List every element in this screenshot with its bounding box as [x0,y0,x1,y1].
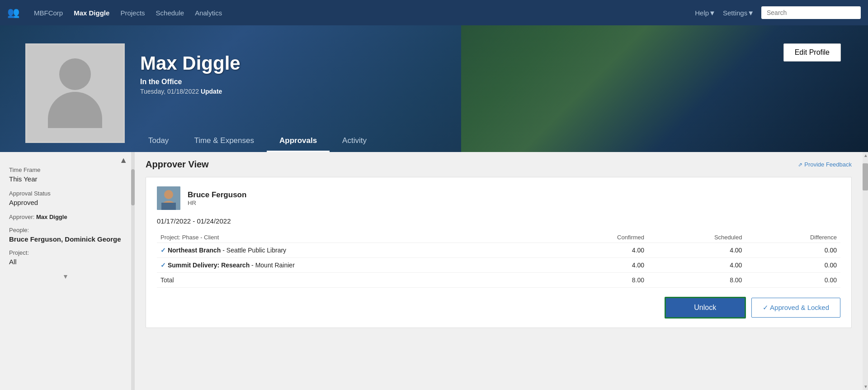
card-person-avatar [157,186,180,210]
sidebar-collapse-button[interactable]: ▲ [119,156,127,165]
tab-today[interactable]: Today [136,131,181,152]
right-scrollbar: ▲ ▼ [863,152,868,390]
scrollbar-thumb[interactable] [863,163,868,190]
total-confirmed: 8.00 [552,273,648,288]
project-value: All [9,258,122,266]
approver-view-header: Approver View ⇗ Provide Feedback [146,159,852,170]
table-row: ✓ Summit Delivery: Research - Mount Rain… [157,258,840,273]
card-date-range: 01/17/2022 - 01/24/2022 [157,217,840,225]
time-frame-label: Time Frame [9,166,122,173]
right-panel: Approver View ⇗ Provide Feedback Br [135,152,863,390]
row1-confirmed: 4.00 [552,243,648,258]
time-frame-value: This Year [9,175,122,183]
approval-status-value: Approved [9,199,122,206]
nav-analytics[interactable]: Analytics [195,9,222,17]
profile-avatar-container [25,43,125,143]
avatar-silhouette [27,45,123,141]
avatar-body [48,92,102,128]
profile-tabs: Today Time & Expenses Approvals Activity [136,131,379,152]
total-label: Total [157,273,552,288]
approval-card: Bruce Ferguson HR 01/17/2022 - 01/24/202… [146,177,852,328]
nav-projects[interactable]: Projects [120,9,145,17]
row1-difference: 0.00 [745,243,840,258]
nav-help[interactable]: Help▼ [695,9,716,17]
row1-project-bold: Northeast Branch [168,247,221,254]
col-confirmed: Confirmed [552,232,648,243]
approver-view-title: Approver View [146,159,209,170]
total-scheduled: 8.00 [648,273,745,288]
col-project: Project: Phase - Client [157,232,552,243]
approved-locked-button[interactable]: ✓ Approved & Locked [751,298,840,318]
project-label: Project: [9,249,122,256]
row1-scheduled: 4.00 [648,243,745,258]
profile-name: Max Diggle [140,52,241,74]
row2-confirmed: 4.00 [552,258,648,273]
nav-schedule[interactable]: Schedule [156,9,184,17]
row2-difference: 0.00 [745,258,840,273]
top-navigation: 👥 MBFCorp Max Diggle Projects Schedule A… [0,0,868,25]
profile-info: Max Diggle In the Office Tuesday, 01/18/… [140,52,241,95]
people-label: People: [9,227,122,233]
sidebar: ▲ Time Frame This Year Approval Status A… [0,152,131,390]
card-actions: Unlock ✓ Approved & Locked [157,297,840,319]
row1-project: ✓ Northeast Branch - Seattle Public Libr… [157,243,552,258]
update-link[interactable]: Update [201,88,222,95]
row2-check-icon: ✓ [160,262,166,269]
profile-status: In the Office [140,78,241,86]
scrollbar-track [863,159,868,383]
tab-approvals[interactable]: Approvals [267,131,330,152]
nav-company[interactable]: MBFCorp [34,9,63,17]
card-table: Project: Phase - Client Confirmed Schedu… [157,232,840,288]
provide-feedback-link[interactable]: ⇗ Provide Feedback [798,161,852,168]
card-person-name: Bruce Ferguson [188,190,246,200]
card-person-dept: HR [188,200,246,206]
people-value: Bruce Ferguson, Dominick George [9,235,122,243]
avatar-head [59,58,91,90]
total-row: Total 8.00 8.00 0.00 [157,273,840,288]
nav-active-user[interactable]: Max Diggle [74,9,109,17]
person-avatar-image [157,186,180,210]
svg-rect-3 [161,203,176,210]
search-input[interactable] [761,6,861,19]
edit-profile-button[interactable]: Edit Profile [783,43,841,62]
row2-project-bold: Summit Delivery: Research [168,262,250,269]
card-person-info: Bruce Ferguson HR [188,190,246,206]
total-difference: 0.00 [745,273,840,288]
nav-settings[interactable]: Settings▼ [723,9,754,17]
approver-label: Approver: Max Diggle [9,214,122,220]
table-row: ✓ Northeast Branch - Seattle Public Libr… [157,243,840,258]
tab-time-expenses[interactable]: Time & Expenses [181,131,267,152]
row2-scheduled: 4.00 [648,258,745,273]
unlock-button[interactable]: Unlock [665,297,746,319]
row1-check-icon: ✓ [160,247,166,254]
sidebar-divider [131,152,135,390]
tab-activity[interactable]: Activity [330,131,379,152]
sidebar-scroll-down[interactable]: ▼ [9,273,122,280]
svg-point-1 [164,190,173,199]
sidebar-scrollbar-thumb [131,169,135,205]
row2-project-rest: - Mount Rainier [251,262,295,269]
scroll-up-arrow[interactable]: ▲ [863,152,868,159]
main-content: ▲ Time Frame This Year Approval Status A… [0,152,868,390]
card-person-row: Bruce Ferguson HR [157,186,840,210]
scroll-down-arrow[interactable]: ▼ [863,383,868,390]
nav-right-section: Help▼ Settings▼ [695,6,861,19]
app-logo-icon[interactable]: 👥 [7,7,19,19]
profile-date: Tuesday, 01/18/2022 Update [140,88,241,95]
col-scheduled: Scheduled [648,232,745,243]
row2-project: ✓ Summit Delivery: Research - Mount Rain… [157,258,552,273]
col-difference: Difference [745,232,840,243]
approval-status-label: Approval Status [9,190,122,197]
external-link-icon: ⇗ [798,162,802,168]
profile-header: Max Diggle In the Office Tuesday, 01/18/… [0,25,868,152]
row1-project-rest: - Seattle Public Library [222,247,286,254]
